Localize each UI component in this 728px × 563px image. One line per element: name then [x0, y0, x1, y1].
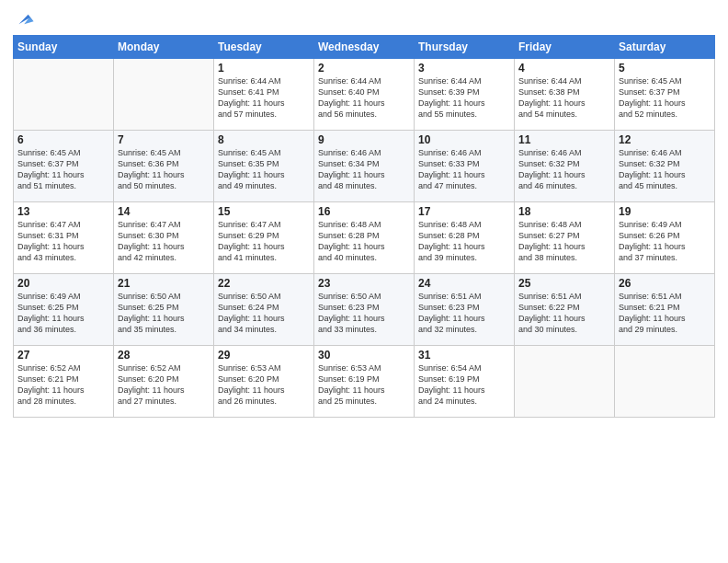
cell-info: Sunrise: 6:49 AM Sunset: 6:25 PM Dayligh… [17, 291, 109, 336]
calendar-cell: 17Sunrise: 6:48 AM Sunset: 6:28 PM Dayli… [415, 202, 515, 274]
calendar-cell: 4Sunrise: 6:44 AM Sunset: 6:38 PM Daylig… [515, 59, 615, 131]
header [13, 9, 715, 29]
day-number: 31 [418, 349, 510, 362]
cell-info: Sunrise: 6:46 AM Sunset: 6:34 PM Dayligh… [318, 147, 410, 192]
day-number: 24 [418, 277, 510, 290]
calendar-table: SundayMondayTuesdayWednesdayThursdayFrid… [13, 35, 715, 418]
calendar-cell: 16Sunrise: 6:48 AM Sunset: 6:28 PM Dayli… [314, 202, 415, 274]
cell-info: Sunrise: 6:51 AM Sunset: 6:21 PM Dayligh… [619, 291, 711, 336]
calendar-cell: 21Sunrise: 6:50 AM Sunset: 6:25 PM Dayli… [114, 274, 214, 346]
day-number: 29 [218, 349, 310, 362]
cell-info: Sunrise: 6:44 AM Sunset: 6:40 PM Dayligh… [318, 75, 410, 121]
page: SundayMondayTuesdayWednesdayThursdayFrid… [0, 0, 728, 563]
cell-info: Sunrise: 6:51 AM Sunset: 6:22 PM Dayligh… [518, 291, 610, 336]
calendar-cell [515, 346, 615, 418]
logo-icon [15, 9, 35, 29]
calendar-cell: 13Sunrise: 6:47 AM Sunset: 6:31 PM Dayli… [14, 202, 114, 274]
cell-info: Sunrise: 6:46 AM Sunset: 6:32 PM Dayligh… [518, 147, 610, 192]
calendar-cell: 26Sunrise: 6:51 AM Sunset: 6:21 PM Dayli… [615, 274, 715, 346]
calendar-cell: 31Sunrise: 6:54 AM Sunset: 6:19 PM Dayli… [415, 346, 515, 418]
calendar-cell [615, 346, 715, 418]
logo [13, 9, 35, 29]
weekday-header: Sunday [14, 36, 114, 59]
calendar-cell: 28Sunrise: 6:52 AM Sunset: 6:20 PM Dayli… [114, 346, 214, 418]
calendar-cell [114, 59, 214, 131]
day-number: 22 [218, 277, 310, 290]
day-number: 30 [318, 349, 410, 362]
day-number: 2 [318, 62, 410, 75]
day-number: 10 [418, 133, 510, 146]
weekday-header: Friday [515, 36, 615, 59]
day-number: 26 [619, 277, 711, 290]
calendar-cell [14, 59, 114, 131]
calendar-cell: 1Sunrise: 6:44 AM Sunset: 6:41 PM Daylig… [214, 59, 314, 131]
day-number: 14 [118, 205, 210, 218]
calendar-cell: 5Sunrise: 6:45 AM Sunset: 6:37 PM Daylig… [615, 59, 715, 131]
day-number: 12 [619, 133, 711, 146]
cell-info: Sunrise: 6:45 AM Sunset: 6:37 PM Dayligh… [619, 75, 711, 121]
calendar-cell: 23Sunrise: 6:50 AM Sunset: 6:23 PM Dayli… [314, 274, 415, 346]
weekday-header: Wednesday [314, 36, 415, 59]
cell-info: Sunrise: 6:50 AM Sunset: 6:23 PM Dayligh… [318, 291, 410, 336]
calendar-cell: 14Sunrise: 6:47 AM Sunset: 6:30 PM Dayli… [114, 202, 214, 274]
day-number: 5 [619, 62, 711, 75]
calendar-cell: 7Sunrise: 6:45 AM Sunset: 6:36 PM Daylig… [114, 131, 214, 202]
day-number: 19 [619, 205, 711, 218]
cell-info: Sunrise: 6:54 AM Sunset: 6:19 PM Dayligh… [418, 362, 510, 408]
day-number: 8 [218, 133, 310, 146]
cell-info: Sunrise: 6:48 AM Sunset: 6:27 PM Dayligh… [518, 219, 610, 264]
cell-info: Sunrise: 6:48 AM Sunset: 6:28 PM Dayligh… [318, 219, 410, 264]
calendar-cell: 25Sunrise: 6:51 AM Sunset: 6:22 PM Dayli… [515, 274, 615, 346]
calendar-cell: 27Sunrise: 6:52 AM Sunset: 6:21 PM Dayli… [14, 346, 114, 418]
calendar-cell: 22Sunrise: 6:50 AM Sunset: 6:24 PM Dayli… [214, 274, 314, 346]
day-number: 13 [17, 205, 109, 218]
cell-info: Sunrise: 6:52 AM Sunset: 6:20 PM Dayligh… [118, 362, 210, 408]
cell-info: Sunrise: 6:44 AM Sunset: 6:41 PM Dayligh… [218, 75, 310, 121]
calendar-cell: 10Sunrise: 6:46 AM Sunset: 6:33 PM Dayli… [415, 131, 515, 202]
day-number: 15 [218, 205, 310, 218]
day-number: 27 [17, 349, 109, 362]
calendar-cell: 6Sunrise: 6:45 AM Sunset: 6:37 PM Daylig… [14, 131, 114, 202]
day-number: 3 [418, 62, 510, 75]
cell-info: Sunrise: 6:53 AM Sunset: 6:19 PM Dayligh… [318, 362, 410, 408]
cell-info: Sunrise: 6:53 AM Sunset: 6:20 PM Dayligh… [218, 362, 310, 408]
day-number: 7 [118, 133, 210, 146]
calendar-cell: 8Sunrise: 6:45 AM Sunset: 6:35 PM Daylig… [214, 131, 314, 202]
weekday-header: Thursday [415, 36, 515, 59]
cell-info: Sunrise: 6:44 AM Sunset: 6:39 PM Dayligh… [418, 75, 510, 121]
cell-info: Sunrise: 6:48 AM Sunset: 6:28 PM Dayligh… [418, 219, 510, 264]
cell-info: Sunrise: 6:50 AM Sunset: 6:24 PM Dayligh… [218, 291, 310, 336]
calendar-cell: 24Sunrise: 6:51 AM Sunset: 6:23 PM Dayli… [415, 274, 515, 346]
cell-info: Sunrise: 6:50 AM Sunset: 6:25 PM Dayligh… [118, 291, 210, 336]
day-number: 16 [318, 205, 410, 218]
weekday-header: Tuesday [214, 36, 314, 59]
cell-info: Sunrise: 6:45 AM Sunset: 6:37 PM Dayligh… [17, 147, 109, 192]
cell-info: Sunrise: 6:52 AM Sunset: 6:21 PM Dayligh… [17, 362, 109, 408]
day-number: 1 [218, 62, 310, 75]
weekday-header: Monday [114, 36, 214, 59]
calendar-cell: 18Sunrise: 6:48 AM Sunset: 6:27 PM Dayli… [515, 202, 615, 274]
day-number: 18 [518, 205, 610, 218]
calendar-cell: 30Sunrise: 6:53 AM Sunset: 6:19 PM Dayli… [314, 346, 415, 418]
day-number: 25 [518, 277, 610, 290]
day-number: 11 [518, 133, 610, 146]
calendar-cell: 15Sunrise: 6:47 AM Sunset: 6:29 PM Dayli… [214, 202, 314, 274]
day-number: 9 [318, 133, 410, 146]
cell-info: Sunrise: 6:46 AM Sunset: 6:33 PM Dayligh… [418, 147, 510, 192]
day-number: 6 [17, 133, 109, 146]
day-number: 4 [518, 62, 610, 75]
calendar-cell: 19Sunrise: 6:49 AM Sunset: 6:26 PM Dayli… [615, 202, 715, 274]
cell-info: Sunrise: 6:47 AM Sunset: 6:31 PM Dayligh… [17, 219, 109, 264]
weekday-header: Saturday [615, 36, 715, 59]
calendar-cell: 2Sunrise: 6:44 AM Sunset: 6:40 PM Daylig… [314, 59, 415, 131]
day-number: 20 [17, 277, 109, 290]
day-number: 21 [118, 277, 210, 290]
cell-info: Sunrise: 6:45 AM Sunset: 6:35 PM Dayligh… [218, 147, 310, 192]
calendar-cell: 3Sunrise: 6:44 AM Sunset: 6:39 PM Daylig… [415, 59, 515, 131]
cell-info: Sunrise: 6:47 AM Sunset: 6:30 PM Dayligh… [118, 219, 210, 264]
calendar-cell: 11Sunrise: 6:46 AM Sunset: 6:32 PM Dayli… [515, 131, 615, 202]
cell-info: Sunrise: 6:49 AM Sunset: 6:26 PM Dayligh… [619, 219, 711, 264]
cell-info: Sunrise: 6:47 AM Sunset: 6:29 PM Dayligh… [218, 219, 310, 264]
calendar-cell: 29Sunrise: 6:53 AM Sunset: 6:20 PM Dayli… [214, 346, 314, 418]
calendar-cell: 12Sunrise: 6:46 AM Sunset: 6:32 PM Dayli… [615, 131, 715, 202]
